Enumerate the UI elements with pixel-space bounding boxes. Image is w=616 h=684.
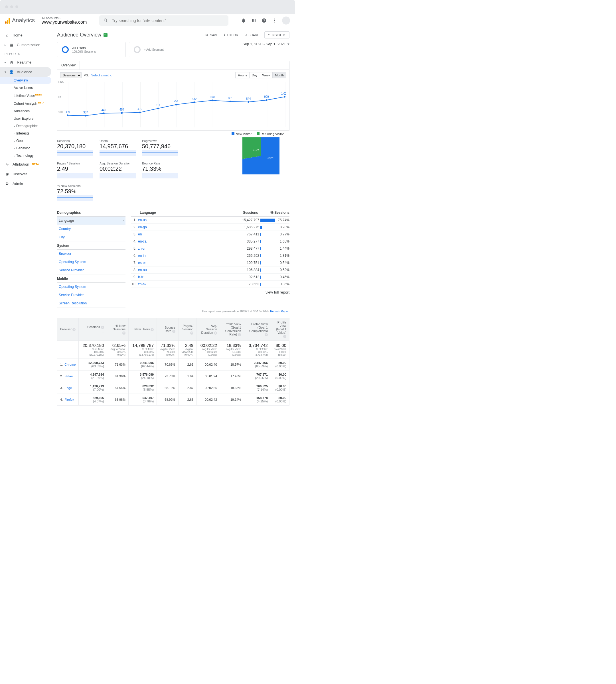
home-icon: ⌂ [4,32,10,38]
select-metric-link[interactable]: Select a metric [91,73,112,77]
lang-row[interactable]: 8. en-au 106,884 0.52% [131,267,289,274]
export-button[interactable]: ⤓ EXPORT [223,33,240,37]
lang-row[interactable]: 6. en-in 266,292 1.31% [131,252,289,259]
lang-row[interactable]: 9. fr-fr 92,512 0.45% [131,274,289,281]
dimension-picker: DemographicsLanguageCountryCitySystemBro… [57,208,126,307]
svg-point-30 [157,108,159,109]
browser-row[interactable]: 2. Safari4,397,684 (21.59%)81.36%3,578,0… [57,370,289,382]
svg-point-40 [247,101,249,103]
search-bar[interactable] [99,15,228,26]
segment-all-users[interactable]: All Users100.00% Sessions [57,42,126,57]
nav-home[interactable]: ⌂Home [0,30,51,40]
nav-sub-cohort-analysis[interactable]: Cohort AnalysisBETA [0,99,51,108]
nav-sub-interests[interactable]: ▸Interests [0,130,51,137]
dim-operating-system[interactable]: Operating System [57,283,126,291]
bt-col-2[interactable]: % New Sessions? [107,318,128,341]
metric-pages---session[interactable]: Pages / Session2.49 [57,160,95,179]
dim-city[interactable]: City [57,233,126,242]
gran-month[interactable]: Month [272,72,286,78]
bt-col-6[interactable]: Avg. Session Duration? [197,318,220,341]
bt-col-1[interactable]: Sessions?↓ [79,318,107,341]
browser-row[interactable]: 1. Chrome12,900,733 (63.33%)71.63%9,241,… [57,359,289,370]
account-breadcrumb[interactable]: All accounts › www.yourwebsite.com [42,16,87,25]
main-content: Audience Overview 🖫 SAVE ⤓ EXPORT < SHAR… [51,27,295,410]
lang-row[interactable]: 10. zh-tw 73,553 0.36% [131,281,289,288]
bell-icon[interactable] [241,18,246,23]
insights-button[interactable]: ✦ INSIGHTS [264,31,289,39]
dim-browser[interactable]: Browser [57,250,126,258]
bt-col-4[interactable]: Bounce Rate? [157,318,178,341]
nav-audience[interactable]: ▾👤Audience [0,67,51,77]
avatar[interactable] [282,17,290,24]
nav-sub-active-users[interactable]: Active Users [0,84,51,91]
svg-text:472: 472 [137,108,142,111]
help-icon[interactable]: ? [262,18,267,23]
dim-screen-resolution[interactable]: Screen Resolution [57,299,126,307]
nav-sub-technology[interactable]: ▸Technology [0,152,51,159]
bt-col-7[interactable]: Profile View (Goal 1 Conversion Rate)? [220,318,244,341]
lang-row[interactable]: 1. en-us 15,427,797 75.74% [131,216,289,224]
metric-bounce-rate[interactable]: Bounce Rate71.33% [142,160,180,179]
metric---new-sessions[interactable]: % New Sessions72.59% [57,182,95,202]
view-full-report-link[interactable]: view full report [265,290,289,294]
gran-hourly[interactable]: Hourly [235,72,249,78]
share-button[interactable]: < SHARE [245,33,259,37]
search-input[interactable] [112,18,224,23]
nav-sub-overview[interactable]: Overview [0,77,51,84]
dim-country[interactable]: Country [57,225,126,233]
save-button[interactable]: 🖫 SAVE [205,33,218,37]
nav-discover[interactable]: ◉Discover [0,169,51,179]
segment-circle-icon [134,46,140,53]
bt-col-9[interactable]: Profile View (Goal 1 Value)? [271,318,289,341]
nav-attribution[interactable]: ∿AttributionBETA [0,159,51,169]
dim-service-provider[interactable]: Service Provider [57,266,126,274]
nav-realtime[interactable]: ▸◷Realtime [0,57,51,67]
lang-row[interactable]: 2. en-gb 1,686,275 8.28% [131,224,289,231]
add-segment-button[interactable]: + Add Segment [129,42,197,57]
nav-sub-user-explorer[interactable]: User Explorer [0,115,51,122]
bt-col-5[interactable]: Pages / Session? [178,318,197,341]
metric-select[interactable]: Sessions [60,72,82,78]
bt-col-8[interactable]: Profile View (Goal 1 Completions)? [244,318,271,341]
browser-row[interactable]: 4. Firefox829,666 (4.07%)65.98%547,407 (… [57,394,289,406]
nav-sub-geo[interactable]: ▸Geo [0,137,51,144]
bt-col-0[interactable]: Browser? [57,318,79,341]
more-icon[interactable] [272,18,277,23]
svg-text:357: 357 [83,111,88,114]
window-max-dot[interactable] [16,5,18,8]
refresh-report-link[interactable]: Refresh Report [270,310,289,313]
metric-pageviews[interactable]: Pageviews50,777,946 [142,137,180,157]
window-min-dot[interactable] [10,5,13,8]
dim-language[interactable]: Language [57,216,126,225]
dim-service-provider[interactable]: Service Provider [57,291,126,299]
gran-day[interactable]: Day [249,72,260,78]
metric-users[interactable]: Users14,957,676 [100,137,138,157]
dim-operating-system[interactable]: Operating System [57,258,126,266]
metric-avg--session-duration[interactable]: Avg. Session Duration00:02:22 [100,160,138,179]
date-range-picker[interactable]: Sep 1, 2020 - Sep 1, 2021 ▾ [242,42,289,46]
gran-week[interactable]: Week [260,72,273,78]
lang-row[interactable]: 4. en-ca 335,277 1.65% [131,238,289,245]
svg-text:1,028: 1,028 [281,92,286,95]
lang-row[interactable]: 3. en 767,411 3.77% [131,231,289,238]
nav-sub-audiences[interactable]: Audiences [0,108,51,115]
nav-sub-lifetime-value[interactable]: Lifetime ValueBETA [0,91,51,99]
browser-row[interactable]: 3. Edge1,426,719 (7.00%)57.54%820,892 (5… [57,382,289,394]
window-close-dot[interactable] [5,5,8,8]
metric-sessions[interactable]: Sessions20,370,180 [57,137,95,157]
attribution-icon: ∿ [4,162,10,167]
svg-point-38 [229,100,231,102]
nav-admin[interactable]: ⚙Admin [0,179,51,188]
svg-point-24 [103,113,105,114]
lang-row[interactable]: 5. zh-cn 293,477 1.44% [131,245,289,252]
grid-icon[interactable] [251,18,256,23]
svg-text:861: 861 [228,97,233,100]
nav-sub-demographics[interactable]: ▸Demographics [0,122,51,130]
lang-row[interactable]: 7. es-es 109,751 0.54% [131,259,289,267]
nav-sub-behavior[interactable]: ▸Behavior [0,144,51,152]
bt-col-3[interactable]: New Users? [129,318,157,341]
chevron-down-icon: ▾ [287,42,289,46]
tab-overview[interactable]: Overview [57,61,80,70]
ga-logo[interactable]: Analytics [5,17,35,24]
nav-customization[interactable]: ▸▦Customization [0,40,51,50]
